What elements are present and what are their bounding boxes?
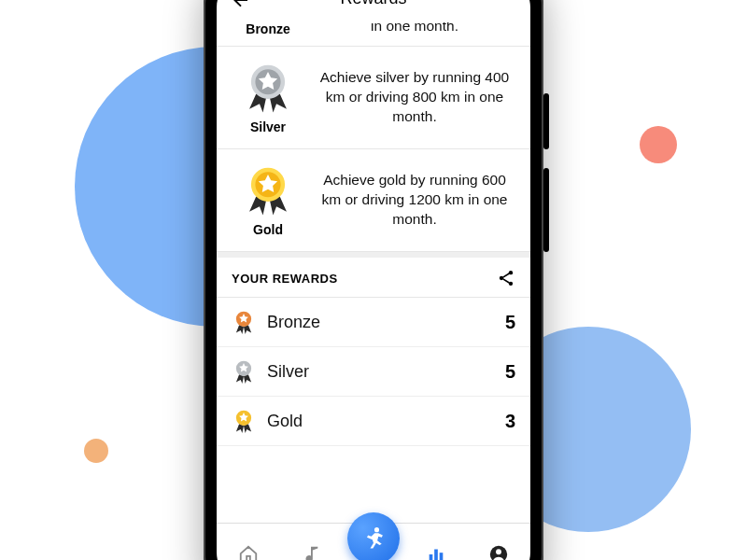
tier-row-bronze: Bronze in one month. [217,22,530,47]
reward-row-silver[interactable]: Silver 5 [217,347,530,397]
reward-count: 3 [505,411,515,432]
bar-chart-icon [426,544,446,560]
tab-music[interactable]: Music [279,544,342,560]
tier-label: Silver [250,119,286,134]
your-rewards-header: YOUR REWARDS [217,252,530,298]
tier-label: Gold [253,222,283,237]
bg-circle-small-orange [84,439,108,463]
reward-row-bronze[interactable]: Bronze 5 [217,298,530,347]
section-title: YOUR REWARDS [232,272,338,286]
svg-rect-11 [430,554,433,560]
reward-name: Bronze [267,313,320,332]
tier-description: Achieve silver by running 400 km or driv… [317,68,515,127]
reward-name: Gold [267,412,303,431]
back-button[interactable] [230,0,252,11]
gold-medal-icon [241,164,295,218]
profile-icon [488,544,509,560]
bronze-medal-icon [232,310,256,334]
silver-medal-icon [241,62,295,116]
tier-row-silver: Silver Achieve silver by running 400 km … [217,47,530,149]
share-icon[interactable] [497,269,515,287]
tab-bar: Feed Music . [217,523,530,560]
phone-frame: Rewards Bronze in one month. [204,0,543,560]
phone-side-button [543,168,549,252]
tier-label: Bronze [246,22,289,36]
bg-circle-small-coral [640,126,677,163]
reward-count: 5 [505,312,515,333]
scroll-area[interactable]: Bronze in one month. [217,22,530,523]
reward-row-gold[interactable]: Gold 3 [217,397,530,446]
reward-name: Silver [267,362,309,382]
svg-rect-12 [434,550,438,561]
tier-description: in one month. [317,22,515,36]
gold-medal-icon [232,409,256,433]
svg-point-15 [496,549,501,554]
running-icon [360,525,387,552]
page-title: Rewards [340,0,406,8]
phone-side-button [543,93,549,149]
tab-progress[interactable]: Progress [405,544,468,560]
tab-feed[interactable]: Feed [217,544,279,560]
arrow-left-icon [230,0,252,11]
tier-description: Achieve gold by running 600 km or drivin… [317,171,515,230]
tab-profile[interactable]: Profile [468,544,530,560]
app-header: Rewards [217,0,530,22]
home-icon [238,544,259,560]
phone-screen: Rewards Bronze in one month. [217,0,530,560]
tab-run[interactable]: . [342,537,404,560]
music-note-icon [301,544,321,560]
svg-rect-13 [440,553,444,560]
svg-point-10 [374,527,379,532]
reward-count: 5 [505,361,515,383]
silver-medal-icon [232,359,256,384]
tier-row-gold: Gold Achieve gold by running 600 km or d… [217,149,530,252]
